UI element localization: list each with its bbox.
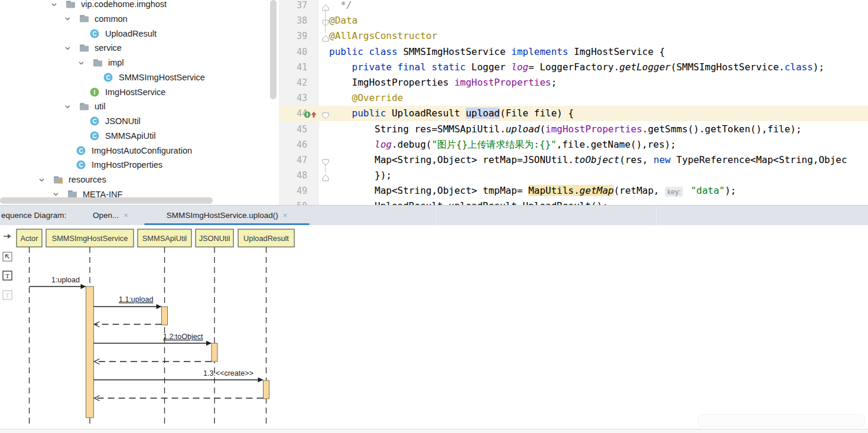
tree-item-JSONUtil[interactable]: CJSONUtil — [90, 114, 141, 129]
chevron-down-icon[interactable] — [64, 103, 71, 110]
chevron-down-icon[interactable] — [64, 44, 71, 52]
code-line-40[interactable]: public class SMMSImgHostService implemen… — [329, 44, 868, 60]
message-label[interactable]: 1.3:<<create>> — [203, 369, 253, 377]
class-icon: C — [76, 146, 86, 155]
svg-text:C: C — [92, 30, 96, 37]
code-line-43[interactable]: @Override — [329, 90, 868, 106]
svg-text:C: C — [92, 132, 96, 139]
fold-marker[interactable] — [322, 18, 329, 29]
code-line-39[interactable]: @AllArgsConstructor — [329, 28, 868, 44]
tree-item-UploadResult[interactable]: CUploadResult — [90, 26, 157, 41]
close-icon[interactable]: × — [283, 211, 288, 220]
activation-bar — [162, 307, 168, 325]
fold-range-line — [325, 164, 326, 172]
tab-open[interactable]: Open... × — [93, 206, 128, 225]
fold-marker[interactable] — [322, 2, 329, 14]
message-label[interactable]: 1.1:upload — [119, 295, 153, 304]
chevron-down-icon[interactable] — [50, 1, 58, 8]
code-line-48[interactable]: }); — [329, 168, 868, 183]
tree-item-label: common — [95, 14, 128, 24]
tree-item-SMMSImgHostService[interactable]: CSMMSImgHostService — [103, 70, 205, 84]
line-number: 50 — [284, 198, 307, 205]
code-editor[interactable]: 3738394041424344454647484950 */@Data@All… — [279, 0, 868, 205]
message-label[interactable]: 1:upload — [51, 276, 80, 284]
chevron-down-icon[interactable] — [77, 59, 85, 67]
tree-item-label: SMMSApiUtil — [105, 131, 155, 141]
code-line-49[interactable]: Map<String,Object> tmpMap= MapUtils.getM… — [329, 183, 868, 198]
fold-marker[interactable] — [322, 157, 329, 168]
implementing-method-icon[interactable] — [304, 110, 318, 121]
tree-item-label: vip.codehome.imghost — [81, 0, 167, 9]
tree-item-label: resources — [69, 175, 106, 184]
call-arrowhead — [258, 377, 264, 383]
code-line-46[interactable]: log.debug("图片{}上传请求结果为:{}",file.getName(… — [329, 137, 868, 152]
tree-item-resources[interactable]: resources — [38, 172, 106, 187]
tree-item-ImgHostService[interactable]: IImgHostService — [90, 84, 165, 99]
line-number: 37 — [284, 0, 307, 13]
svg-text:I: I — [94, 89, 96, 95]
fold-marker[interactable] — [322, 172, 329, 184]
message-label[interactable]: 1.2:toObject — [163, 333, 203, 341]
bottom-strip — [0, 429, 868, 433]
tree-item-impl[interactable]: impl — [77, 56, 124, 70]
participant-label-UploadResult: UploadResult — [243, 234, 289, 243]
line-number: 38 — [284, 13, 307, 28]
tree-item-common[interactable]: common — [64, 11, 128, 26]
interface-icon: I — [90, 87, 100, 97]
toolwindow-tabbar: equence Diagram: Open... × SMMSImgHostSe… — [0, 206, 868, 225]
participant-label-SMMSApiUtil: SMMSApiUtil — [142, 234, 187, 243]
folder-icon — [79, 14, 89, 23]
fold-marker[interactable] — [322, 33, 329, 44]
tabbar-divider — [656, 206, 656, 225]
diagram-scrollbar-thumb[interactable] — [697, 414, 865, 427]
tree-item-vip.codehome.imghost[interactable]: vip.codehome.imghost — [50, 0, 167, 12]
code-line-37[interactable]: */ — [329, 0, 868, 13]
line-number: 40 — [284, 44, 307, 60]
class-icon: C — [90, 131, 100, 141]
tree-horizontal-scrollbar-thumb[interactable] — [0, 197, 213, 204]
tree-item-label: JSONUtil — [105, 116, 141, 126]
code-line-38[interactable]: @Data — [329, 13, 868, 28]
tree-item-label: UploadResult — [105, 29, 157, 38]
code-line-42[interactable]: ImgHostProperties imgHostProperties; — [329, 75, 868, 90]
participant-label-JSONUtil: JSONUtil — [199, 234, 230, 243]
code-line-44[interactable]: public UploadResult upload(File file) { — [329, 106, 868, 121]
code-line-47[interactable]: Map<String,Object> retMap=JSONUtil.toObj… — [329, 152, 868, 168]
tree-vertical-scrollbar-thumb[interactable] — [270, 0, 277, 99]
line-number: 48 — [284, 168, 307, 183]
tree-item-label: impl — [108, 58, 124, 67]
code-line-50[interactable]: UploadResult uploadResult=UploadResult()… — [329, 198, 868, 205]
code-lines[interactable]: */@Data@AllArgsConstructorpublic class S… — [329, 0, 868, 205]
folder-icon — [79, 44, 89, 53]
participant-label-Actor: Actor — [21, 234, 39, 243]
tree-item-util[interactable]: util — [64, 99, 106, 114]
tree-item-ImgHostProperties[interactable]: CImgHostProperties — [76, 158, 162, 172]
svg-text:C: C — [92, 118, 96, 125]
tree-item-label: service — [95, 43, 122, 53]
project-tree-panel: vip.codehome.imghostcommonCUploadResults… — [0, 0, 279, 205]
close-icon[interactable]: × — [123, 211, 128, 220]
line-number: 41 — [284, 60, 307, 75]
activation-bar — [212, 343, 217, 362]
ide-window: vip.codehome.imghostcommonCUploadResults… — [0, 0, 868, 433]
sequence-diagram-toolwindow: equence Diagram: Open... × SMMSImgHostSe… — [0, 205, 868, 429]
fold-marker[interactable] — [322, 110, 329, 122]
tab-smmsimghostservice-upload[interactable]: SMMSImgHostService.upload() × — [144, 206, 310, 225]
call-arrowhead — [157, 304, 162, 310]
participant-label-SMMSImgHostService: SMMSImgHostService — [52, 234, 128, 243]
tree-item-ImgHostAutoConfiguration[interactable]: CImgHostAutoConfiguration — [76, 143, 192, 158]
chevron-down-icon[interactable] — [64, 15, 71, 22]
activation-bar — [264, 380, 269, 399]
line-number: 49 — [284, 183, 307, 198]
call-arrowhead — [206, 341, 212, 346]
chevron-down-icon[interactable] — [38, 176, 45, 184]
svg-text:C: C — [79, 147, 83, 154]
folder-icon — [93, 58, 103, 67]
tree-item-label: SMMSImgHostService — [119, 73, 205, 82]
folder-icon — [53, 175, 63, 184]
code-line-45[interactable]: String res=SMMSApiUtil.upload(imgHostPro… — [329, 122, 868, 137]
tree-item-SMMSApiUtil[interactable]: CSMMSApiUtil — [90, 128, 155, 143]
tree-item-service[interactable]: service — [64, 41, 122, 56]
code-line-41[interactable]: private final static Logger log= LoggerF… — [329, 60, 868, 75]
line-number: 46 — [284, 137, 307, 152]
